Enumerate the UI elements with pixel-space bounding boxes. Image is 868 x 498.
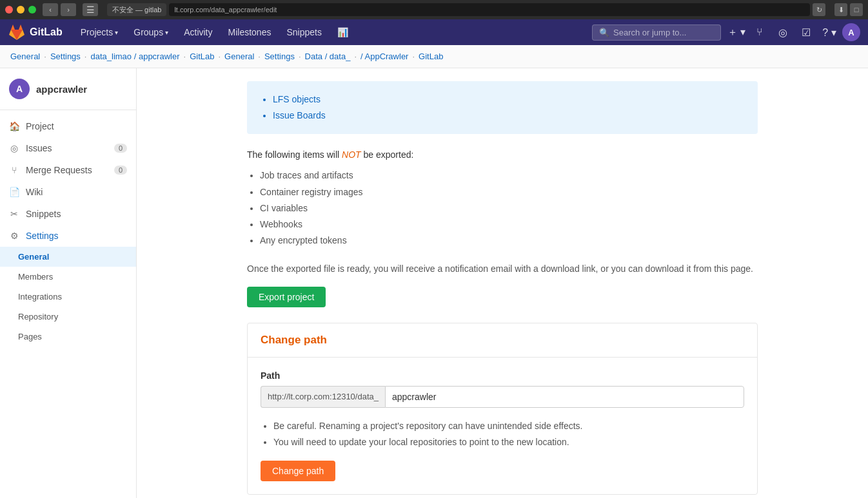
browser-nav-arrows: ‹ › [43, 3, 76, 16]
share-icon[interactable]: □ [850, 3, 863, 16]
change-path-body: Path http://lt.corp.com:12310/data_ Be c… [248, 358, 757, 494]
export-project-button[interactable]: Export project [247, 287, 326, 307]
top-right-icons: ⬇ □ [834, 3, 863, 16]
address-segment-1: 不安全 — gitlab [107, 3, 166, 16]
nav-item-milestones[interactable]: Milestones [221, 19, 279, 45]
change-path-button[interactable]: Change path [261, 461, 335, 481]
issues-badge: 0 [114, 144, 127, 153]
snippets-icon: ✂ [9, 209, 19, 219]
sidebar-subitem-pages[interactable]: Pages [0, 327, 136, 347]
exported-items-box: LFS objects Issue Boards [247, 81, 758, 134]
sidebar-item-wiki[interactable]: 📄 Wiki [0, 181, 136, 203]
chevron-down-icon: ▾ [165, 29, 168, 36]
exported-items-list: LFS objects Issue Boards [260, 91, 745, 124]
merge-icon: ⑂ [9, 165, 19, 175]
not-exported-highlight: NOT [342, 149, 361, 160]
sidebar-item-project[interactable]: 🏠 Project [0, 115, 136, 137]
gitlab-logo[interactable]: GitLab [8, 23, 63, 41]
nav-right-icons: ＋ ▾ ⑂ ◎ ☑ ? ▾ A [726, 22, 860, 43]
sidebar-subitem-general[interactable]: General [0, 247, 136, 267]
not-exported-list: Job traces and artifacts Container regis… [247, 168, 758, 249]
search-placeholder: Search or jump to... [613, 28, 686, 37]
change-path-card: Change path Path http://lt.corp.com:1231… [247, 323, 758, 495]
breadcrumb-sep: · [412, 52, 415, 61]
minimize-window-button[interactable] [17, 6, 25, 14]
sidebar-subitem-label: Pages [18, 332, 42, 341]
sidebar-user: A appcrawler [0, 68, 136, 110]
issues-icon[interactable]: ◎ [773, 22, 793, 43]
wiki-icon: 📄 [9, 187, 19, 197]
global-search[interactable]: 🔍 Search or jump to... [592, 24, 721, 41]
help-button[interactable]: ? ▾ [819, 22, 840, 43]
sidebar-subitem-members[interactable]: Members [0, 267, 136, 287]
sidebar-toggle-button[interactable]: ☰ [83, 3, 98, 16]
reload-button[interactable]: ↻ [813, 3, 825, 16]
sidebar-item-settings[interactable]: ⚙ Settings [0, 225, 136, 247]
breadcrumb-gitlab2[interactable]: GitLab [419, 52, 443, 61]
new-item-button[interactable]: ＋ ▾ [726, 22, 747, 43]
path-input-row: http://lt.corp.com:12310/data_ [261, 386, 744, 408]
breadcrumb-sep: · [299, 52, 301, 61]
not-exported-section: The following items will NOT be exported… [247, 149, 758, 249]
maximize-window-button[interactable] [28, 6, 36, 14]
content-area: LFS objects Issue Boards The following i… [137, 68, 868, 498]
breadcrumb-gitlab[interactable]: GitLab [190, 52, 214, 61]
breadcrumb-general[interactable]: General [10, 52, 40, 61]
breadcrumb-sep: · [354, 52, 357, 61]
sidebar-nav: 🏠 Project ◎ Issues 0 ⑂ Merge Requests 0 … [0, 110, 136, 352]
nav-item-snippets[interactable]: Snippets [279, 19, 329, 45]
breadcrumb-general2[interactable]: General [224, 52, 254, 61]
export-project-section: Once the exported file is ready, you wil… [247, 262, 758, 307]
list-item: LFS objects [273, 91, 745, 108]
back-button[interactable]: ‹ [43, 3, 58, 16]
sidebar: A appcrawler 🏠 Project ◎ Issues 0 ⑂ Merg… [0, 68, 137, 498]
sidebar-item-label: Project [26, 121, 54, 131]
gitlab-wordmark: GitLab [30, 26, 63, 38]
sidebar-subitem-repository[interactable]: Repository [0, 307, 136, 327]
breadcrumb-sep: · [218, 52, 221, 61]
sidebar-item-label: Settings [26, 231, 59, 241]
breadcrumb-settings[interactable]: Settings [50, 52, 81, 61]
sidebar-subitem-integrations[interactable]: Integrations [0, 287, 136, 307]
breadcrumb-data-limao[interactable]: data_limao / appcrawler [90, 52, 179, 61]
download-icon[interactable]: ⬇ [834, 3, 847, 16]
settings-subnav: General Members Integrations Repository … [0, 247, 136, 347]
breadcrumb-settings2[interactable]: Settings [264, 52, 295, 61]
todos-icon[interactable]: ☑ [796, 22, 816, 43]
nav-item-groups[interactable]: Groups ▾ [126, 19, 176, 45]
breadcrumb-appcrawler[interactable]: / AppCrawler [360, 52, 408, 61]
change-path-warnings: Be careful. Renaming a project's reposit… [261, 418, 744, 450]
path-input[interactable] [385, 386, 744, 408]
user-avatar[interactable]: A [842, 23, 860, 41]
warning-item: Be careful. Renaming a project's reposit… [273, 418, 744, 434]
search-icon: 🔍 [599, 28, 609, 37]
forward-button[interactable]: › [61, 3, 76, 16]
breadcrumb-sep: · [44, 52, 46, 61]
nav-item-stats[interactable]: 📊 [330, 19, 356, 45]
breadcrumb-data[interactable]: Data / data_ [305, 52, 351, 61]
sidebar-subitem-label: General [18, 252, 49, 262]
warning-item: You will need to update your local repos… [273, 434, 744, 450]
change-path-header: Change path [248, 323, 757, 358]
sidebar-item-merge-requests[interactable]: ⑂ Merge Requests 0 [0, 159, 136, 181]
sidebar-item-snippets[interactable]: ✂ Snippets [0, 203, 136, 225]
path-field-label: Path [261, 370, 744, 381]
sidebar-subitem-label: Members [18, 272, 53, 282]
export-description: Once the exported file is ready, you wil… [247, 262, 758, 276]
os-top-bar: ‹ › ☰ 不安全 — gitlab lt.corp.com/data_ app… [0, 0, 868, 19]
address-main[interactable]: lt.corp.com/data_ appcrawler/edit [169, 3, 810, 16]
list-item: Container registry images [260, 184, 758, 200]
close-window-button[interactable] [5, 6, 13, 14]
sidebar-subitem-label: Integrations [18, 292, 62, 302]
merge-requests-icon[interactable]: ⑂ [749, 22, 770, 43]
breadcrumb-sep: · [258, 52, 261, 61]
sidebar-item-label: Snippets [26, 209, 61, 219]
address-bar: 不安全 — gitlab lt.corp.com/data_ appcrawle… [107, 3, 825, 16]
breadcrumb-sep: · [84, 52, 87, 61]
nav-item-projects[interactable]: Projects ▾ [73, 19, 126, 45]
nav-item-activity[interactable]: Activity [176, 19, 220, 45]
breadcrumb-sep: · [184, 52, 186, 61]
list-item: Webhooks [260, 216, 758, 233]
home-icon: 🏠 [9, 121, 19, 131]
sidebar-item-issues[interactable]: ◎ Issues 0 [0, 137, 136, 159]
